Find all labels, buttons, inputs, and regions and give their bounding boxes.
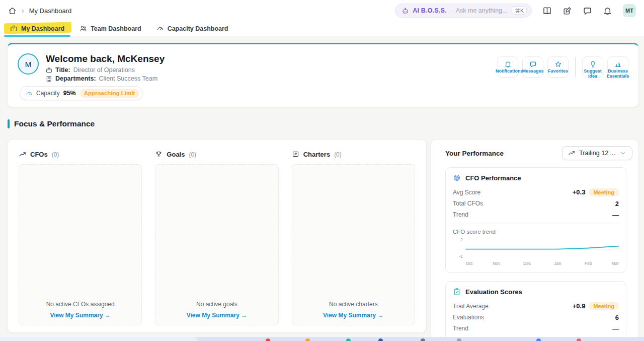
stat-label: Total CFOs — [453, 200, 483, 207]
chart-title: CFO score trend — [453, 229, 619, 235]
stat-row: Trait Average +0.9 Meeting — [453, 300, 619, 312]
taskbar-app-icon[interactable] — [536, 338, 541, 341]
business-essentials-button[interactable]: Business Essentials — [607, 56, 628, 78]
notifications-button[interactable]: Notifications — [497, 56, 518, 78]
ai-brand-label: AI B.O.S.S. — [413, 7, 447, 14]
stat-value: +0.9 — [573, 302, 586, 310]
briefcase-icon — [46, 67, 52, 74]
os-taskbar[interactable] — [0, 337, 644, 341]
time-range-dropdown[interactable]: Trailing 12 ... — [562, 146, 632, 160]
breadcrumb-current[interactable]: My Dashboard — [29, 7, 72, 15]
title-label: Title: — [55, 66, 70, 74]
card-title: CFO Performance — [465, 174, 521, 182]
svg-text:Mar: Mar — [611, 261, 619, 266]
status-badge: Meeting — [589, 188, 619, 196]
view-my-summary-link[interactable]: View My Summary → — [323, 312, 384, 319]
button-label: Suggest Idea — [581, 69, 605, 79]
building-icon — [46, 76, 52, 82]
user-avatar[interactable]: MT — [623, 4, 636, 17]
chat-icon[interactable] — [583, 6, 592, 16]
stat-row: Trend — — [453, 209, 619, 220]
top-header: › My Dashboard AI B.O.S.S. · Ask me anyt… — [0, 0, 644, 21]
column-count: (0) — [334, 151, 342, 158]
ai-separator: · — [450, 7, 452, 14]
stat-row: Evaluations 6 — [453, 312, 619, 323]
svg-text:Feb: Feb — [585, 261, 592, 266]
card-title: Evaluation Scores — [465, 288, 522, 296]
button-label: Messages — [521, 69, 545, 74]
stat-label: Avg Score — [453, 189, 480, 196]
bell-icon — [504, 60, 512, 68]
empty-state-text: No active CFOs assigned — [46, 301, 115, 308]
taskbar-app-icon[interactable] — [305, 338, 310, 341]
column-count: (0) — [52, 151, 59, 158]
bell-icon[interactable] — [603, 6, 612, 16]
welcome-card: M Welcome back, McKensey Title: Director… — [7, 43, 639, 107]
divider — [575, 57, 576, 77]
svg-text:Oct: Oct — [466, 261, 473, 266]
taskbar-app-icon[interactable] — [378, 338, 383, 341]
breadcrumb-separator: › — [22, 7, 24, 15]
book-open-icon[interactable] — [542, 6, 552, 16]
capacity-status-badge: Approaching Limit — [79, 89, 140, 98]
chevron-down-icon — [619, 150, 626, 157]
tab-label: Capacity Dashboard — [168, 25, 228, 32]
taskbar-app-icon[interactable] — [266, 338, 270, 341]
capacity-pill: Capacity 95% Approaching Limit — [20, 86, 143, 100]
svg-text:Nov: Nov — [493, 261, 501, 266]
status-badge: Meeting — [589, 302, 619, 310]
stat-value: 6 — [615, 314, 619, 321]
trophy-icon — [155, 151, 163, 158]
accent-bar — [8, 119, 10, 128]
view-my-summary-link[interactable]: View My Summary → — [50, 312, 111, 319]
dashboard-tabbar: My Dashboard Team Dashboard Capacity Das… — [0, 21, 644, 36]
button-label: Favorites — [546, 69, 570, 74]
star-icon — [554, 60, 562, 68]
target-icon — [453, 174, 461, 182]
departments-value: Client Success Team — [99, 75, 158, 82]
cfo-performance-card: CFO Performance Avg Score +0.3 Meeting T… — [445, 167, 626, 273]
title-row: Title: Director of Operations — [46, 66, 165, 74]
tab-label: My Dashboard — [21, 25, 64, 32]
tab-label: Team Dashboard — [91, 25, 141, 32]
departments-row: Departments: Client Success Team — [46, 75, 165, 82]
view-my-summary-link[interactable]: View My Summary → — [187, 312, 248, 319]
bar-chart-icon — [614, 60, 622, 68]
compose-icon[interactable] — [562, 6, 572, 16]
welcome-actions: Notifications Messages Favorites Suggest… — [497, 56, 628, 78]
ai-search-input[interactable]: AI B.O.S.S. · Ask me anything... ⌘K — [395, 4, 532, 18]
stat-row: Avg Score +0.3 Meeting — [453, 186, 619, 198]
column-title: Charters — [303, 151, 330, 158]
column-title: CFOs — [30, 151, 48, 158]
tab-team-dashboard[interactable]: Team Dashboard — [74, 23, 146, 34]
lightbulb-icon — [589, 60, 597, 68]
taskbar-app-icon[interactable] — [421, 338, 425, 341]
goals-empty-dropzone: No active goals View My Summary → — [155, 164, 278, 325]
taskbar-app-icon[interactable] — [346, 338, 351, 341]
messages-button[interactable]: Messages — [522, 56, 543, 78]
section-title: Focus & Performance — [14, 119, 95, 128]
clipboard-check-icon — [453, 288, 461, 296]
tab-my-dashboard[interactable]: My Dashboard — [5, 23, 69, 34]
section-heading: Focus & Performance — [8, 119, 95, 128]
tab-capacity-dashboard[interactable]: Capacity Dashboard — [151, 23, 233, 34]
svg-text:Jan: Jan — [554, 261, 561, 266]
page-title: Welcome back, McKensey — [46, 53, 165, 64]
suggest-idea-button[interactable]: Suggest Idea — [582, 56, 603, 78]
range-value: Trailing 12 ... — [579, 150, 615, 157]
departments-label: Departments: — [55, 75, 96, 82]
stat-value: +0.3 — [573, 188, 586, 196]
home-icon[interactable] — [8, 7, 17, 15]
evaluation-scores-card: Evaluation Scores Trait Average +0.9 Mee… — [445, 281, 626, 341]
taskbar-app-icon[interactable] — [577, 338, 581, 341]
stat-label: Trend — [453, 325, 468, 332]
capacity-value: 95% — [63, 90, 76, 97]
svg-text:-1: -1 — [459, 254, 463, 259]
taskbar-start-area[interactable] — [0, 337, 197, 341]
favorites-button[interactable]: Favorites — [547, 56, 569, 78]
taskbar-app-icon[interactable] — [457, 338, 461, 341]
stat-row: Trend — — [453, 323, 619, 334]
cfo-score-trend-chart: 2-1OctNovDecJanFebMar — [453, 236, 619, 267]
cfos-column: CFOs (0) No active CFOs assigned View My… — [19, 151, 142, 325]
ai-placeholder: Ask me anything... — [456, 7, 508, 14]
